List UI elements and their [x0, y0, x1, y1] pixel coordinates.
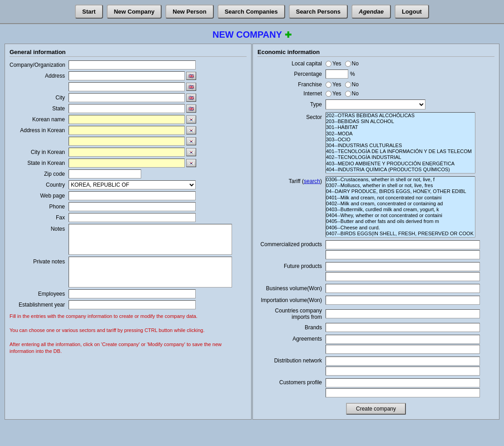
future-input-2[interactable]: [326, 272, 480, 281]
address-korean-row-2: 🇰🇷: [10, 137, 247, 146]
address-korean-row-1: Address in Korean 🇰🇷: [10, 126, 247, 135]
type-row: Type: [257, 99, 494, 109]
internet-yes-label[interactable]: Yes: [326, 90, 341, 97]
customers-input-1[interactable]: [326, 378, 480, 387]
internet-no-radio[interactable]: [345, 91, 351, 97]
state-input[interactable]: [69, 104, 185, 113]
right-panel: Economic information Local capital Yes N…: [252, 44, 499, 420]
fax-input[interactable]: [69, 213, 196, 222]
future-inputs: [326, 262, 480, 281]
flag-btn-state-korean[interactable]: 🇰🇷: [186, 159, 196, 167]
brands-input[interactable]: [326, 323, 480, 332]
sector-listbox[interactable]: 202--OTRAS BEBIDAS ALCOHÓLICAS203--BEBID…: [326, 112, 475, 173]
state-input-group: 🇬🇧: [69, 104, 196, 113]
countries-row: Countries company imports from: [257, 307, 494, 320]
agreements-input-1[interactable]: [326, 335, 480, 344]
flag-btn-city[interactable]: 🇬🇧: [186, 94, 196, 102]
agendae-button[interactable]: Agendae: [351, 5, 391, 19]
notes-label: Notes: [10, 224, 69, 232]
internet-no-label[interactable]: No: [345, 90, 359, 97]
tariff-search-link[interactable]: search: [304, 178, 320, 184]
phone-input[interactable]: [69, 202, 196, 211]
hint-2: You can choose one or various sectors an…: [10, 327, 247, 334]
flag-btn-state[interactable]: 🇬🇧: [186, 104, 196, 113]
franchise-yes-label[interactable]: Yes: [326, 81, 341, 88]
state-korean-row: State in Korean 🇰🇷: [10, 159, 247, 168]
business-volume-row: Business volume(Won): [257, 284, 494, 293]
local-capital-yes-label[interactable]: Yes: [326, 60, 341, 67]
importation-input[interactable]: [326, 296, 480, 305]
flag-btn-2[interactable]: 🇬🇧: [186, 83, 196, 91]
commercialized-input-2[interactable]: [326, 250, 480, 259]
private-notes-textarea[interactable]: [69, 257, 232, 287]
franchise-label: Franchise: [257, 81, 326, 88]
tariff-listbox[interactable]: 0306--Crustaceans, whether in shell or n…: [326, 176, 475, 238]
hint-3: After entering all the information, clic…: [10, 341, 247, 355]
future-input-1[interactable]: [326, 262, 480, 271]
franchise-no-label[interactable]: No: [345, 81, 359, 88]
city-korean-label: City in Korean: [10, 149, 69, 155]
local-capital-yes-radio[interactable]: [326, 61, 331, 67]
notes-textarea[interactable]: [69, 224, 232, 255]
new-company-button[interactable]: New Company: [107, 5, 162, 19]
country-select[interactable]: KOREA, REPUBLIC OF: [69, 180, 196, 189]
sector-row: Sector 202--OTRAS BEBIDAS ALCOHÓLICAS203…: [257, 112, 494, 173]
distribution-input-2[interactable]: [326, 367, 480, 376]
logout-button[interactable]: Logout: [395, 5, 429, 19]
flag-btn-korean-name[interactable]: 🇰🇷: [186, 115, 196, 124]
notes-row: Notes: [10, 224, 247, 255]
franchise-no-radio[interactable]: [345, 82, 351, 88]
local-capital-no-label[interactable]: No: [345, 60, 359, 67]
countries-input[interactable]: [326, 309, 480, 318]
type-select[interactable]: [326, 99, 425, 109]
address-korean-input-1[interactable]: [69, 126, 185, 135]
zip-code-label: Zip code: [10, 171, 69, 177]
flag-btn-city-korean[interactable]: 🇰🇷: [186, 148, 196, 156]
local-capital-no-radio[interactable]: [345, 61, 351, 67]
franchise-yes-radio[interactable]: [326, 82, 331, 88]
city-korean-input[interactable]: [69, 148, 185, 157]
address-input-2[interactable]: [69, 82, 185, 91]
business-volume-input[interactable]: [326, 284, 480, 293]
franchise-radios: Yes No: [326, 81, 359, 88]
customers-input-2[interactable]: [326, 388, 480, 397]
search-companies-button[interactable]: Search Companies: [217, 5, 285, 19]
flag-btn-1[interactable]: 🇬🇧: [186, 72, 196, 80]
korean-name-input[interactable]: [69, 115, 185, 124]
distribution-row: Distribution network: [257, 357, 494, 376]
agreements-input-2[interactable]: [326, 345, 480, 354]
zip-code-input[interactable]: [69, 169, 141, 178]
address-korean-input-2[interactable]: [69, 137, 185, 146]
address-input-1[interactable]: [69, 71, 185, 80]
left-panel: General information Company/Organization…: [5, 44, 252, 420]
flag-btn-address-korean-1[interactable]: 🇰🇷: [186, 126, 196, 134]
city-korean-row: City in Korean 🇰🇷: [10, 148, 247, 157]
percentage-input[interactable]: [326, 69, 348, 79]
phone-row: Phone: [10, 202, 247, 211]
local-capital-radios: Yes No: [326, 60, 359, 67]
commercialized-input-1[interactable]: [326, 240, 480, 249]
web-page-label: Web page: [10, 193, 69, 199]
web-page-row: Web page: [10, 191, 247, 200]
general-info-title: General information: [10, 49, 247, 57]
city-input[interactable]: [69, 93, 185, 102]
start-button[interactable]: Start: [75, 5, 103, 19]
agreements-row: Agreements: [257, 335, 494, 354]
percentage-label: Percentage: [257, 71, 326, 77]
create-company-button[interactable]: Create company: [346, 403, 406, 415]
state-korean-input[interactable]: [69, 159, 185, 168]
state-korean-input-group: 🇰🇷: [69, 159, 196, 168]
new-person-button[interactable]: New Person: [165, 5, 213, 19]
flag-btn-address-korean-2[interactable]: 🇰🇷: [186, 137, 196, 145]
distribution-input-1[interactable]: [326, 357, 480, 366]
search-persons-button[interactable]: Search Persons: [289, 5, 348, 19]
city-korean-input-group: 🇰🇷: [69, 148, 196, 157]
address-input-group: 🇬🇧: [69, 71, 196, 80]
commercialized-row: Commercialized products: [257, 240, 494, 259]
importation-volume-row: Importation volume(Won): [257, 296, 494, 305]
establishment-year-input[interactable]: [69, 300, 196, 309]
employees-input[interactable]: [69, 289, 196, 298]
company-org-input[interactable]: [69, 60, 196, 69]
internet-yes-radio[interactable]: [326, 91, 331, 97]
web-page-input[interactable]: [69, 191, 196, 200]
